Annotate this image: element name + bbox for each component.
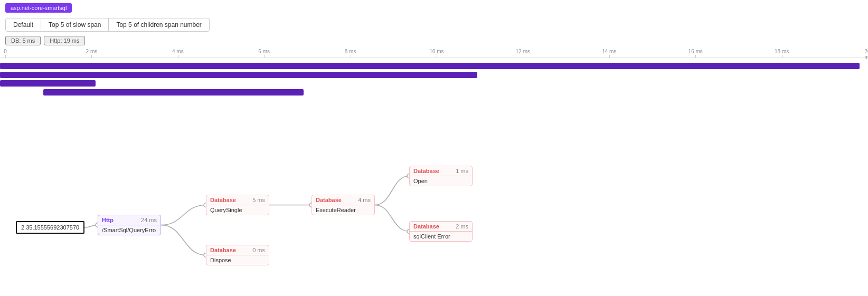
span-node-body: sqlClient Error [410, 232, 472, 241]
span-bar [0, 63, 860, 69]
span-node-time: 5 ms [252, 197, 265, 203]
ruler-label: 16 ms [688, 49, 703, 54]
root-node: 2.35.15555692307570 [16, 221, 84, 234]
span-node-time: 1 ms [456, 168, 468, 174]
ruler-label: 18 ms [775, 49, 789, 54]
span-node-time: 4 ms [358, 197, 371, 203]
span-node-time: 24 ms [141, 217, 157, 223]
spans-area [0, 60, 868, 113]
ruler-tick [523, 55, 523, 58]
span-node-header: Database4 ms [312, 195, 374, 205]
ruler-label: 8 ms [345, 49, 356, 54]
timeline-ruler: 02 ms4 ms6 ms8 ms10 ms12 ms14 ms16 ms18 … [0, 47, 868, 58]
ruler-label: 14 ms [602, 49, 616, 54]
span-bar [43, 89, 304, 96]
span-node-header: Http24 ms [98, 215, 161, 225]
tab-top5children[interactable]: Top 5 of children span number [109, 18, 209, 32]
filter-row: DB: 5 ms Http: 19 ms [0, 34, 868, 47]
span-node-time: 2 ms [456, 223, 468, 230]
span-node-type: Database [413, 168, 439, 174]
ruler-tick [5, 55, 6, 58]
filter-db[interactable]: DB: 5 ms [5, 36, 41, 45]
span-bar [0, 80, 96, 87]
span-node-body: QuerySingle [206, 205, 269, 215]
tab-top5slow[interactable]: Top 5 of slow span [41, 18, 109, 32]
ruler-tick [178, 55, 178, 58]
ruler-tick [91, 55, 92, 58]
graph-area: 2.35.15555692307570Http24 ms/SmartSql/Qu… [0, 118, 868, 287]
span-bar [0, 72, 477, 78]
span-node-type: Database [316, 197, 342, 203]
span-node-body: /SmartSql/QueryErro [98, 225, 161, 235]
span-node-header: Database2 ms [410, 222, 472, 232]
ruler-label: 10 ms [429, 49, 444, 54]
ruler-tick [437, 55, 437, 58]
ruler-label: 0 [4, 49, 7, 54]
span-node-body: ExecuteReader [312, 205, 374, 215]
app-tag: asp.net-core-smartsql [5, 3, 72, 13]
span-node-db-executereader[interactable]: Database4 msExecuteReader [312, 195, 375, 215]
span-node-http-main[interactable]: Http24 ms/SmartSql/QueryErro [98, 215, 161, 235]
span-node-time: 0 ms [252, 247, 265, 253]
span-node-header: Database5 ms [206, 195, 269, 205]
ruler-tick [609, 55, 610, 58]
ruler-label: 4 ms [172, 49, 184, 54]
span-node-body: Open [410, 176, 472, 186]
ruler-tick [351, 55, 351, 58]
span-node-body: Dispose [206, 255, 269, 265]
ruler-tick [782, 55, 782, 58]
span-node-type: Http [102, 217, 114, 223]
span-node-db-querysingle[interactable]: Database5 msQuerySingle [206, 195, 269, 215]
span-node-db-open[interactable]: Database1 msOpen [409, 166, 473, 186]
span-node-type: Database [413, 223, 439, 230]
ruler-label: 12 ms [516, 49, 530, 54]
ruler-tick [695, 55, 696, 58]
tab-default[interactable]: Default [5, 18, 41, 32]
ruler-label: 6 ms [258, 49, 270, 54]
span-node-type: Database [210, 197, 236, 203]
span-node-type: Database [210, 247, 236, 253]
ruler-label: 20 ms [864, 49, 868, 60]
tabs-row: Default Top 5 of slow span Top 5 of chil… [0, 16, 868, 34]
span-node-db-dispose[interactable]: Database0 msDispose [206, 245, 269, 265]
span-node-header: Database0 ms [206, 245, 269, 255]
ruler-tick [264, 55, 265, 58]
filter-http[interactable]: Http: 19 ms [44, 36, 85, 45]
span-node-db-sqlerror[interactable]: Database2 mssqlClient Error [409, 221, 473, 242]
ruler-labels: 02 ms4 ms6 ms8 ms10 ms12 ms14 ms16 ms18 … [5, 47, 868, 58]
span-node-header: Database1 ms [410, 166, 472, 176]
ruler-label: 2 ms [86, 49, 98, 54]
